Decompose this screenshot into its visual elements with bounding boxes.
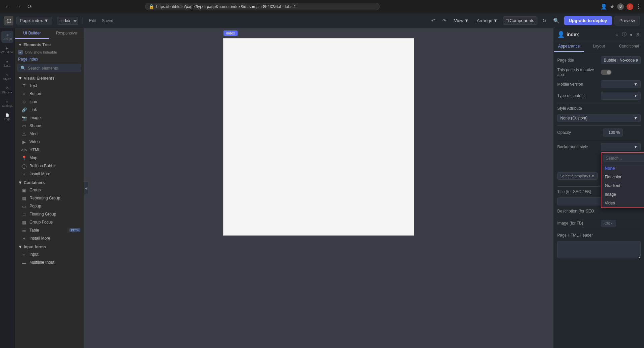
preview-button[interactable]: Preview: [615, 16, 640, 25]
edit-button[interactable]: Edit: [86, 17, 99, 24]
page-index-link[interactable]: Page index: [15, 56, 84, 63]
panel-circle-btn[interactable]: ○: [615, 31, 619, 38]
element-install-more-visual[interactable]: + Install More: [15, 170, 84, 178]
settings-browser-icon[interactable]: ⋮: [636, 3, 641, 10]
dropdown-option-flat-color[interactable]: Flat color: [601, 173, 644, 181]
native-app-toggle[interactable]: [601, 70, 611, 75]
install-more-containers-icon: +: [21, 236, 27, 241]
element-built-on-bubble[interactable]: ◯ Built on Bubble: [15, 162, 84, 170]
view-button[interactable]: View ▼: [451, 17, 471, 24]
page-selector[interactable]: Page: index ▼: [16, 17, 52, 24]
arrange-label: Arrange: [477, 18, 492, 23]
page-name-label: Page: index: [20, 18, 43, 23]
element-input-label: Input: [29, 252, 39, 257]
refresh-button[interactable]: ⟳: [25, 3, 34, 10]
section-visual-elements[interactable]: ▼ Visual Elements: [15, 74, 84, 82]
dropdown-search-input[interactable]: [603, 155, 644, 162]
arrange-button[interactable]: Arrange ▼: [474, 17, 500, 24]
page-dropdown[interactable]: index: [57, 17, 78, 25]
hideable-checkbox[interactable]: ✓: [18, 50, 23, 55]
url-input[interactable]: [156, 4, 376, 9]
element-button-label: Button: [29, 91, 41, 96]
type-of-content-select[interactable]: ▼: [601, 92, 641, 100]
sidebar-item-data[interactable]: ■ Data: [1, 58, 13, 70]
sidebar-item-styles[interactable]: ✎ Styles: [1, 71, 13, 83]
element-repeating-group[interactable]: ▦ Repeating Group: [15, 194, 84, 202]
element-map[interactable]: 📍 Map: [15, 154, 84, 162]
tab-layout[interactable]: Layout: [584, 41, 614, 52]
page-canvas[interactable]: index: [223, 38, 414, 236]
element-shape[interactable]: ▭ Shape: [15, 122, 84, 130]
element-html[interactable]: </> HTML: [15, 146, 84, 154]
page-title-input[interactable]: [601, 56, 641, 64]
upgrade-button[interactable]: Upgrade to deploy: [564, 16, 612, 25]
style-attribute-row: Style Attribute: [557, 106, 641, 111]
element-input[interactable]: ▫ Input: [15, 250, 84, 258]
section-containers[interactable]: ▼ Containers: [15, 178, 84, 186]
forward-button[interactable]: →: [14, 3, 23, 10]
dropdown-option-gradient[interactable]: Gradient: [601, 181, 644, 190]
element-shape-label: Shape: [29, 123, 41, 128]
table-icon: ☰: [21, 228, 27, 233]
dropdown-option-none[interactable]: None: [601, 164, 644, 173]
refresh-app-button[interactable]: ↻: [540, 16, 549, 25]
image-fb-click-btn[interactable]: Click: [601, 220, 616, 227]
element-install-more-containers[interactable]: + Install More: [15, 234, 84, 242]
page-html-header-input[interactable]: [557, 241, 641, 258]
view-label: View: [454, 18, 463, 23]
address-bar[interactable]: 🔒: [145, 3, 380, 10]
element-text[interactable]: T Text: [15, 82, 84, 90]
element-link[interactable]: 🔗 Link: [15, 106, 84, 114]
element-alert[interactable]: ⚠ Alert: [15, 130, 84, 138]
undo-button[interactable]: ↶: [429, 16, 438, 25]
element-video[interactable]: ▶ Video: [15, 138, 84, 146]
sidebar-item-workflow[interactable]: ▶ Workflow: [1, 44, 13, 56]
canvas-area[interactable]: ◀ index: [84, 28, 554, 348]
alert-icon: ⚠: [21, 131, 27, 137]
style-attribute-select[interactable]: None (Custom) ▼: [557, 114, 641, 122]
background-style-select[interactable]: ▼: [601, 143, 641, 151]
dropdown-option-video[interactable]: Video: [601, 199, 644, 207]
dropdown-option-image[interactable]: Image: [601, 190, 644, 199]
search-app-button[interactable]: 🔍: [551, 16, 562, 25]
element-group[interactable]: ▣ Group: [15, 186, 84, 194]
select-property-button[interactable]: Select a property t ▼: [557, 172, 598, 180]
browser-actions: 👤 ★ B ! ⋮: [600, 3, 641, 10]
panel-chat-btn[interactable]: ●: [629, 31, 633, 38]
element-button[interactable]: ▫ Button: [15, 90, 84, 98]
elements-tree-title[interactable]: ▼ Elements Tree: [18, 42, 51, 47]
section-input-forms[interactable]: ▼ Input forms: [15, 242, 84, 250]
tab-conditional[interactable]: Conditional: [614, 41, 644, 52]
redo-button[interactable]: ↷: [440, 16, 449, 25]
element-table[interactable]: ☰ Table BETA: [15, 226, 84, 234]
element-floating-group[interactable]: □ Floating Group: [15, 210, 84, 218]
hideable-label: Only show hideable: [25, 50, 57, 54]
mobile-version-label: Mobile version: [557, 82, 601, 87]
element-image[interactable]: 📷 Image: [15, 114, 84, 122]
tab-responsive[interactable]: Responsive: [49, 28, 84, 39]
panel-close-btn[interactable]: ✕: [635, 31, 641, 38]
map-icon: 📍: [21, 155, 27, 161]
components-button[interactable]: □ Components: [503, 16, 537, 25]
page-html-header-row: Page HTML Header: [557, 233, 641, 238]
opacity-value[interactable]: 100 %: [603, 128, 623, 137]
sidebar-item-plugins[interactable]: ⚙ Plugins: [1, 84, 13, 96]
sidebar-item-design[interactable]: ◑ Design: [1, 31, 13, 43]
search-input[interactable]: [28, 66, 78, 71]
back-button[interactable]: ←: [3, 3, 12, 10]
sidebar-item-settings[interactable]: ⛭ Settings: [1, 98, 13, 110]
star-icon[interactable]: ★: [610, 3, 615, 10]
tab-appearance[interactable]: Appearance: [554, 41, 584, 52]
tab-ui-builder[interactable]: UI Builder: [15, 28, 49, 39]
element-multiline-input[interactable]: ▬ Multiline Input: [15, 258, 84, 266]
element-link-label: Link: [29, 107, 37, 112]
element-html-label: HTML: [29, 148, 41, 152]
mobile-version-select[interactable]: ▼: [601, 80, 641, 88]
element-icon[interactable]: ☺ Icon: [15, 98, 84, 106]
show-hideable-row: ✓ Only show hideable: [15, 49, 84, 56]
element-group-focus[interactable]: ▩ Group Focus: [15, 218, 84, 226]
sidebar-collapse-handle[interactable]: ◀: [84, 181, 88, 195]
element-popup[interactable]: ▭ Popup: [15, 202, 84, 210]
panel-info-btn[interactable]: ⓘ: [621, 31, 627, 38]
sidebar-item-logs[interactable]: 📄 Logs: [1, 111, 13, 123]
